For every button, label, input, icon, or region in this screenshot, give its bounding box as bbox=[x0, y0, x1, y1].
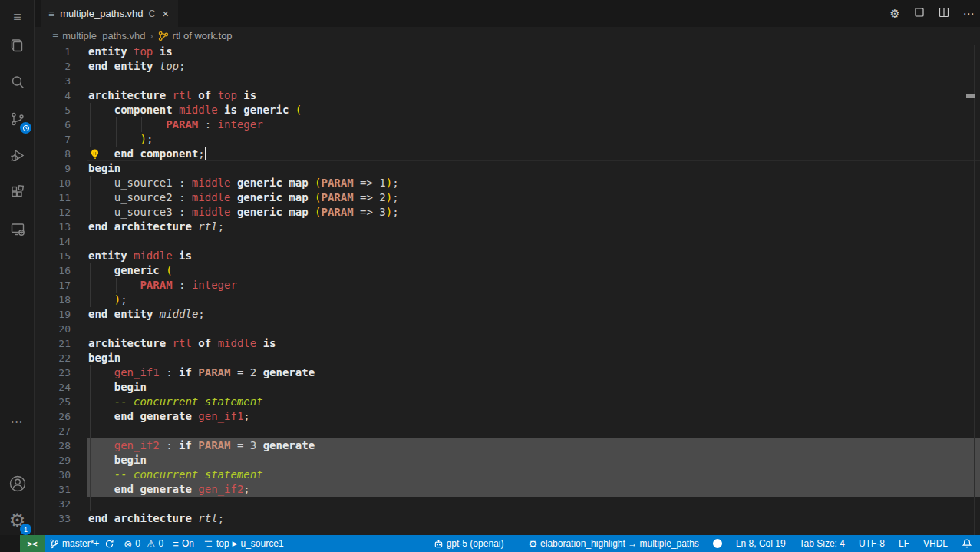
code-line[interactable]: 7 ); bbox=[35, 132, 980, 147]
language-indicator[interactable]: VHDL bbox=[919, 535, 952, 552]
breadcrumb-file[interactable]: multiple_paths.vhd bbox=[62, 30, 145, 41]
code-line[interactable]: 5 component middle is generic ( bbox=[35, 103, 980, 117]
line-number: 16 bbox=[35, 263, 87, 278]
breadcrumb-symbol[interactable]: rtl of work.top bbox=[173, 30, 233, 41]
branch-label: master*+ bbox=[62, 538, 99, 549]
code-line[interactable]: 25 -- concurrent statement bbox=[35, 395, 980, 409]
code-line[interactable]: 14 bbox=[35, 234, 980, 249]
code-line[interactable]: 22begin bbox=[35, 351, 980, 365]
code-line[interactable]: 16 generic ( bbox=[35, 263, 980, 278]
indent-guide bbox=[90, 293, 91, 307]
indent-guide bbox=[90, 103, 91, 117]
line-content: begin bbox=[87, 380, 980, 395]
code-line[interactable]: 20 bbox=[35, 322, 980, 336]
line-content: end generate gen_if2; bbox=[87, 482, 980, 497]
line-number: 13 bbox=[35, 220, 87, 234]
search-icon[interactable] bbox=[0, 65, 35, 99]
line-content: entity middle is bbox=[87, 249, 980, 263]
settings-gear-icon[interactable]: ⚙ 1 bbox=[0, 504, 35, 537]
code-line[interactable]: 10 u_source1 : middle generic map (PARAM… bbox=[35, 176, 980, 190]
code-line[interactable]: 21architecture rtl of middle is bbox=[35, 336, 980, 351]
code-line[interactable]: 26 end generate gen_if1; bbox=[35, 409, 980, 424]
indent-guide bbox=[116, 117, 117, 132]
split-editor-icon[interactable] bbox=[937, 7, 951, 20]
code-line[interactable]: 3 bbox=[35, 74, 980, 88]
list-tree-icon bbox=[203, 539, 213, 549]
settings-gear-icon[interactable]: ⚙ bbox=[888, 7, 902, 21]
line-content: -- concurrent statement bbox=[87, 468, 980, 482]
run-debug-icon[interactable] bbox=[0, 139, 35, 173]
code-line[interactable]: 4architecture rtl of top is bbox=[35, 88, 980, 103]
hierarchy-child: u_source1 bbox=[241, 538, 284, 549]
encoding-indicator[interactable]: UTF-8 bbox=[854, 535, 889, 552]
code-line[interactable]: 11 u_source2 : middle generic map (PARAM… bbox=[35, 190, 980, 205]
remote-indicator[interactable]: >< bbox=[20, 535, 45, 552]
overview-ruler[interactable] bbox=[974, 45, 975, 535]
more-views-icon[interactable]: ⋯ bbox=[0, 405, 35, 438]
code-line[interactable]: 32 bbox=[35, 497, 980, 511]
code-line[interactable]: 31 end generate gen_if2; bbox=[35, 482, 980, 497]
eol-indicator[interactable]: LF bbox=[894, 535, 914, 552]
problems-indicator[interactable]: ⊗ 0 ⚠ 0 bbox=[119, 535, 168, 552]
line-content: gen_if1 : if PARAM = 2 generate bbox=[87, 365, 980, 380]
hierarchy-indicator[interactable]: top ▶ u_source1 bbox=[199, 535, 289, 552]
indent-guide bbox=[90, 190, 91, 205]
code-line[interactable]: 13end architecture rtl; bbox=[35, 220, 980, 234]
line-number: 23 bbox=[35, 365, 87, 380]
code-line[interactable]: 8 end component; bbox=[35, 147, 980, 161]
model-indicator[interactable]: gpt-5 (openai) bbox=[429, 535, 509, 552]
code-line[interactable]: 6 PARAM : integer bbox=[35, 117, 980, 132]
line-content: end entity top; bbox=[87, 59, 980, 74]
branch-indicator[interactable]: master*+ bbox=[45, 535, 119, 552]
task-indicator[interactable]: ⚙ elaboration_highlight → multiple_paths bbox=[523, 535, 703, 552]
line-number: 27 bbox=[35, 424, 87, 438]
code-line[interactable]: 2end entity top; bbox=[35, 59, 980, 74]
line-number: 33 bbox=[35, 511, 87, 526]
line-number: 1 bbox=[35, 45, 87, 59]
lightbulb-icon[interactable] bbox=[89, 148, 101, 160]
code-line[interactable]: 33end architecture rtl; bbox=[35, 511, 980, 526]
indent-guide bbox=[90, 365, 91, 380]
line-number: 14 bbox=[35, 234, 87, 249]
cursor-position[interactable]: Ln 8, Col 19 bbox=[731, 535, 790, 552]
gear-icon: ⚙ bbox=[528, 539, 537, 549]
line-number: 7 bbox=[35, 132, 87, 147]
code-line[interactable]: 15entity middle is bbox=[35, 249, 980, 263]
accounts-icon[interactable] bbox=[0, 467, 35, 501]
code-line[interactable]: 27 bbox=[35, 424, 980, 438]
indent-guide bbox=[90, 453, 91, 468]
error-count: 0 bbox=[135, 538, 140, 549]
code-line[interactable]: 19end entity middle; bbox=[35, 307, 980, 322]
code-line[interactable]: 29 begin bbox=[35, 453, 980, 468]
explorer-icon[interactable] bbox=[0, 29, 35, 63]
code-line[interactable]: 24 begin bbox=[35, 380, 980, 395]
tab-size-indicator[interactable]: Tab Size: 4 bbox=[795, 535, 850, 552]
filter-toggle[interactable]: ≡ On bbox=[168, 535, 199, 552]
tab-close-icon[interactable]: × bbox=[160, 7, 170, 20]
more-actions-icon[interactable]: ⋯ bbox=[962, 7, 975, 21]
code-editor[interactable]: 1entity top is2end entity top;34architec… bbox=[35, 45, 980, 535]
code-line[interactable]: 23 gen_if1 : if PARAM = 2 generate bbox=[35, 365, 980, 380]
indent-guide bbox=[90, 482, 91, 497]
line-content bbox=[87, 322, 980, 336]
tab-indicator: C bbox=[149, 8, 156, 19]
line-number: 22 bbox=[35, 351, 87, 365]
code-line[interactable]: 12 u_source3 : middle generic map (PARAM… bbox=[35, 205, 980, 220]
error-icon: ⊗ bbox=[124, 539, 132, 549]
code-line[interactable]: 28 gen_if2 : if PARAM = 3 generate bbox=[35, 438, 980, 453]
extensions-icon[interactable] bbox=[0, 176, 35, 210]
layout-square-icon[interactable] bbox=[912, 7, 926, 20]
line-content bbox=[87, 497, 980, 511]
hierarchy-top: top bbox=[216, 538, 229, 549]
architecture-symbol-icon bbox=[158, 31, 169, 41]
tab-multiple-paths[interactable]: ≡ multiple_paths.vhd C × bbox=[41, 0, 178, 27]
notifications-bell-icon[interactable] bbox=[957, 535, 974, 552]
line-content: u_source1 : middle generic map (PARAM =>… bbox=[87, 176, 980, 190]
code-line[interactable]: 18 ); bbox=[35, 293, 980, 307]
remote-explorer-icon[interactable] bbox=[0, 213, 35, 246]
code-line[interactable]: 17 PARAM : integer bbox=[35, 278, 980, 293]
code-line[interactable]: 30 -- concurrent statement bbox=[35, 468, 980, 482]
source-control-icon[interactable] bbox=[0, 102, 35, 136]
code-line[interactable]: 1entity top is bbox=[35, 45, 980, 59]
code-line[interactable]: 9begin bbox=[35, 161, 980, 176]
